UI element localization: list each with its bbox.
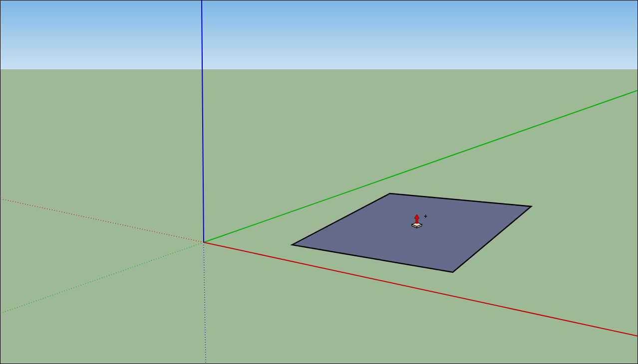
sky [0,0,638,69]
ground [0,69,638,364]
scene-canvas[interactable] [0,0,638,364]
modeling-viewport[interactable]: + [0,0,638,364]
